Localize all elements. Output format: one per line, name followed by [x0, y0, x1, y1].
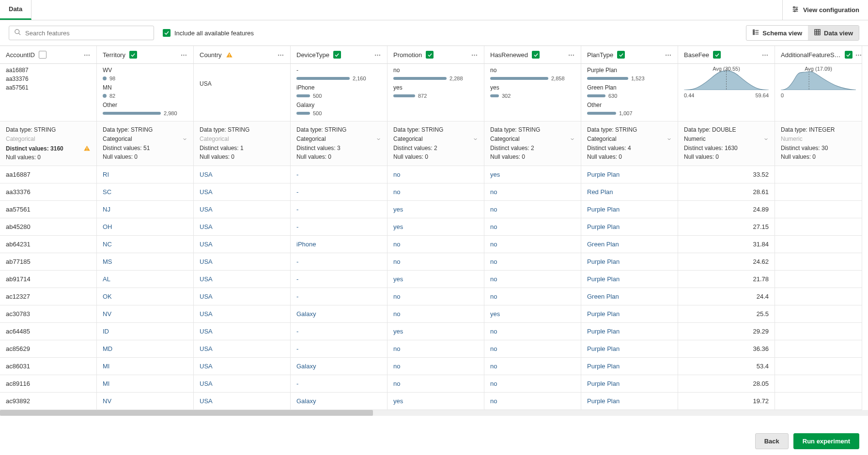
table-cell[interactable]: no	[388, 358, 484, 375]
more-icon[interactable]: ⋯	[84, 51, 91, 59]
table-cell[interactable]: ac86031	[0, 358, 97, 375]
table-cell[interactable]: Purple Plan	[581, 305, 678, 323]
table-cell[interactable]: no	[388, 288, 484, 305]
table-cell[interactable]: 31.84	[678, 236, 775, 253]
table-cell[interactable]: yes	[388, 393, 484, 410]
include-all-checkbox[interactable]: Include all available features	[163, 29, 254, 37]
table-cell[interactable]	[775, 271, 862, 288]
table-cell[interactable]: yes	[388, 218, 484, 236]
table-cell[interactable]: Purple Plan	[581, 271, 678, 288]
column-header-promotion[interactable]: Promotion⋯	[388, 46, 484, 64]
column-header-accountid[interactable]: AccountID⋯	[0, 46, 97, 64]
table-cell[interactable]: ab77185	[0, 253, 97, 271]
table-cell[interactable]: USA	[194, 271, 291, 288]
more-icon[interactable]: ⋯	[665, 51, 672, 59]
table-cell[interactable]: Purple Plan	[581, 166, 678, 183]
table-cell[interactable]: no	[388, 166, 484, 183]
search-field[interactable]	[25, 30, 149, 37]
table-cell[interactable]: MD	[97, 340, 194, 358]
table-cell[interactable]: iPhone	[291, 236, 388, 253]
table-cell[interactable]: no	[484, 393, 581, 410]
table-cell[interactable]: -	[291, 323, 388, 340]
table-cell[interactable]: 33.52	[678, 166, 775, 183]
view-configuration-button[interactable]: View configuration	[782, 0, 868, 20]
table-cell[interactable]: 36.36	[678, 340, 775, 358]
table-cell[interactable]: no	[388, 236, 484, 253]
table-cell[interactable]: USA	[194, 218, 291, 236]
table-cell[interactable]	[775, 218, 862, 236]
table-cell[interactable]: -	[291, 288, 388, 305]
table-cell[interactable]: aa57561	[0, 201, 97, 218]
table-cell[interactable]: no	[484, 218, 581, 236]
column-header-basefee[interactable]: BaseFee⋯	[678, 46, 775, 64]
table-cell[interactable]: USA	[194, 393, 291, 410]
column-checkbox[interactable]	[713, 51, 721, 59]
table-cell[interactable]: -	[291, 375, 388, 393]
column-header-devicetype[interactable]: DeviceType⋯	[291, 46, 388, 64]
horizontal-scrollbar[interactable]	[0, 410, 868, 416]
more-icon[interactable]: ⋯	[471, 51, 478, 59]
table-cell[interactable]: -	[291, 183, 388, 201]
table-cell[interactable]: ac12327	[0, 288, 97, 305]
table-cell[interactable]: 19.72	[678, 393, 775, 410]
table-cell[interactable]: Purple Plan	[581, 340, 678, 358]
table-cell[interactable]: Galaxy	[291, 305, 388, 323]
table-cell[interactable]: -	[291, 271, 388, 288]
table-cell[interactable]: Purple Plan	[581, 375, 678, 393]
table-cell[interactable]: NJ	[97, 201, 194, 218]
column-checkbox[interactable]	[845, 51, 852, 59]
table-cell[interactable]: USA	[194, 305, 291, 323]
table-cell[interactable]: no	[388, 305, 484, 323]
feature-type-select[interactable]: Categorical	[490, 134, 575, 144]
table-cell[interactable]: Green Plan	[581, 236, 678, 253]
table-cell[interactable]: no	[388, 183, 484, 201]
table-cell[interactable]: USA	[194, 236, 291, 253]
table-cell[interactable]	[775, 201, 862, 218]
table-cell[interactable]	[775, 393, 862, 410]
table-cell[interactable]: -	[291, 253, 388, 271]
table-cell[interactable]: USA	[194, 183, 291, 201]
more-icon[interactable]: ⋯	[374, 51, 381, 59]
table-cell[interactable]: no	[484, 183, 581, 201]
table-cell[interactable]: USA	[194, 288, 291, 305]
table-cell[interactable]	[775, 340, 862, 358]
table-cell[interactable]: Galaxy	[291, 358, 388, 375]
table-cell[interactable]	[775, 358, 862, 375]
table-cell[interactable]: 28.61	[678, 183, 775, 201]
column-checkbox[interactable]	[617, 51, 625, 59]
table-cell[interactable]: 24.89	[678, 201, 775, 218]
table-cell[interactable]: USA	[194, 375, 291, 393]
table-cell[interactable]: 27.15	[678, 218, 775, 236]
feature-type-select[interactable]: Numeric	[684, 134, 769, 144]
table-cell[interactable]: Purple Plan	[581, 218, 678, 236]
table-cell[interactable]: Red Plan	[581, 183, 678, 201]
data-view-button[interactable]: Data view	[808, 26, 859, 40]
table-cell[interactable]: USA	[194, 253, 291, 271]
table-cell[interactable]: ac93892	[0, 393, 97, 410]
table-cell[interactable]: AL	[97, 271, 194, 288]
table-cell[interactable]: yes	[484, 166, 581, 183]
table-cell[interactable]: USA	[194, 201, 291, 218]
table-cell[interactable]: no	[484, 236, 581, 253]
column-checkbox[interactable]	[532, 51, 540, 59]
table-cell[interactable]: SC	[97, 183, 194, 201]
feature-type-select[interactable]: Categorical	[587, 134, 672, 144]
table-cell[interactable]: -	[291, 218, 388, 236]
column-checkbox[interactable]	[333, 51, 341, 59]
column-checkbox[interactable]	[426, 51, 434, 59]
table-cell[interactable]: no	[484, 358, 581, 375]
table-cell[interactable]: yes	[388, 323, 484, 340]
table-cell[interactable]	[775, 288, 862, 305]
table-cell[interactable]: OK	[97, 288, 194, 305]
table-cell[interactable]: ac89116	[0, 375, 97, 393]
table-cell[interactable]: no	[484, 375, 581, 393]
table-cell[interactable]: 28.05	[678, 375, 775, 393]
column-checkbox[interactable]	[39, 51, 46, 59]
more-icon[interactable]: ⋯	[568, 51, 575, 59]
table-cell[interactable]	[775, 305, 862, 323]
column-header-hasrenewed[interactable]: HasRenewed⋯	[484, 46, 581, 64]
more-icon[interactable]: ⋯	[278, 51, 284, 59]
table-cell[interactable]: ac85629	[0, 340, 97, 358]
table-cell[interactable]: yes	[388, 201, 484, 218]
table-cell[interactable]: Galaxy	[291, 393, 388, 410]
